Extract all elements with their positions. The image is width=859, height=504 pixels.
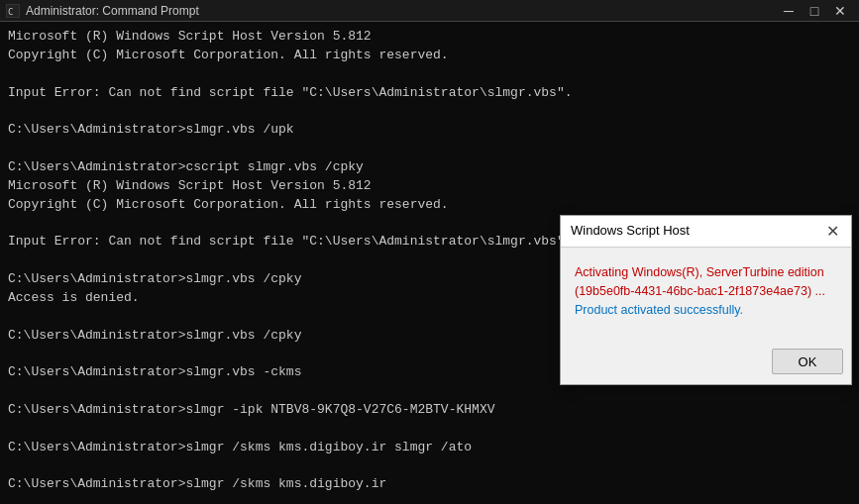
- dialog-message: Activating Windows(R), ServerTurbine edi…: [575, 263, 837, 319]
- ok-button[interactable]: OK: [772, 349, 843, 374]
- terminal-area: Microsoft (R) Windows Script Host Versio…: [0, 22, 859, 504]
- window-controls: ─ □ ✕: [776, 0, 853, 22]
- dialog-message-line2: (19b5e0fb-4431-46bc-bac1-2f1873e4ae73) .…: [575, 284, 825, 298]
- window-title: Administrator: Command Prompt: [26, 4, 776, 18]
- dialog-close-button[interactable]: ✕: [821, 221, 843, 243]
- minimize-button[interactable]: ─: [776, 0, 802, 22]
- dialog-message-line3: Product activated successfully.: [575, 303, 743, 317]
- maximize-button[interactable]: □: [802, 0, 827, 22]
- close-button[interactable]: ✕: [827, 0, 853, 22]
- title-bar: C Administrator: Command Prompt ─ □ ✕: [0, 0, 859, 22]
- windows-script-host-dialog: Windows Script Host ✕ Activating Windows…: [560, 215, 852, 385]
- dialog-message-line1: Activating Windows(R), ServerTurbine edi…: [575, 265, 824, 279]
- dialog-footer: OK: [561, 349, 851, 384]
- dialog-title-bar: Windows Script Host ✕: [561, 216, 851, 248]
- dialog-body: Activating Windows(R), ServerTurbine edi…: [561, 248, 851, 349]
- dialog-title: Windows Script Host: [571, 222, 690, 241]
- svg-text:C: C: [8, 7, 13, 17]
- app-icon: C: [6, 4, 20, 18]
